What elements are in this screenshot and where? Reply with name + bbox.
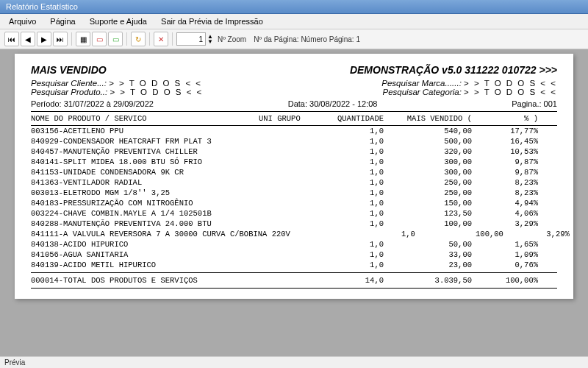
produto-value: > > T O D O S < <: [110, 88, 203, 96]
menu-sair[interactable]: Sair da Prévia de Impressão: [155, 15, 269, 27]
cell-pct: 17,77%: [472, 127, 538, 135]
separator-icon: [71, 32, 72, 46]
data-text: Data: 30/08/2022 - 12:08: [288, 99, 378, 108]
close-preview-button[interactable]: ✕: [154, 32, 168, 46]
categoria-value: > > T O D O S < <: [464, 88, 557, 96]
cell-nome: 003156-ACETILENO PPU: [31, 127, 259, 135]
cell-nome: 840183-PRESSURIZAÇÃO COM NITROGÊNIO: [31, 199, 259, 208]
table-row: 840457-MANUTENÇÃO PREVENTIVA CHILLER1,03…: [31, 146, 557, 157]
separator-icon: [126, 32, 127, 46]
table-row: 841363-VENTILADOR RADIAL1,0250,008,23%: [31, 177, 557, 188]
cell-qtd: 1,0: [318, 261, 384, 269]
cell-nome: 840141-SPLIT MIDEA 18.000 BTU SÓ FRIO: [31, 158, 259, 166]
cell-qtd: 1,0: [318, 178, 384, 187]
table-row: 003013-ELETRODO MGM 1/8'' 3,251,0250,008…: [31, 188, 557, 198]
total-row: 000014-TOTAL DOS PRODUTOS E SERVIÇOS 14,…: [31, 272, 557, 289]
cell-val: 250,00: [384, 188, 472, 197]
periodo-text: Período: 31/07/2022 à 29/09/2022: [31, 99, 154, 108]
cell-qtd: 1,0: [318, 127, 384, 135]
cell-pct: 3,29%: [472, 219, 538, 228]
cell-pct: 9,87%: [472, 158, 538, 166]
cell-pct: 16,45%: [472, 137, 538, 146]
cell-nome: 841363-VENTILADOR RADIAL: [31, 178, 259, 187]
table-row: 841056-AGUA SANITARIA1,033,001,09%: [31, 250, 557, 260]
cell-nome: 841153-UNIDADE CONDENSADORA 9K CR: [31, 168, 259, 177]
preview-workspace[interactable]: MAIS VENDIDO DEMONSTRAÇÃO v5.0 311222 01…: [0, 49, 588, 358]
produto-label: Pesquisar Produto..:: [31, 88, 107, 96]
menu-pagina[interactable]: Página: [44, 15, 81, 27]
marca-label: Pesquisar Marca......:: [381, 79, 462, 88]
cell-qtd: 1,0: [349, 230, 415, 238]
menu-arquivo[interactable]: Arquivo: [3, 15, 42, 27]
cell-val: 50,00: [384, 240, 472, 249]
toolbar: ⏮ ◀ ▶ ⏭ ▦ ▭ ▭ ↻ ✕ ▲▼ Nº Zoom Nº da Págin…: [0, 29, 588, 49]
cell-qtd: 1,0: [318, 168, 384, 177]
total-qtd: 14,0: [318, 276, 384, 285]
cell-pct: 8,23%: [472, 188, 538, 197]
table-row: 840183-PRESSURIZAÇÃO COM NITROGÊNIO1,015…: [31, 198, 557, 208]
cell-nome: 840457-MANUTENÇÃO PREVENTIVA CHILLER: [31, 147, 259, 156]
cell-nome: 840929-CONDENSADOR HEATCRAFT FRM PLAT 3: [31, 137, 259, 146]
cell-nome: 003224-CHAVE COMBIN.MAYLE A 1/4 102501B: [31, 209, 259, 218]
total-val: 3.039,50: [384, 276, 472, 285]
cell-val: 320,00: [384, 147, 472, 156]
prev-page-button[interactable]: ◀: [21, 32, 35, 46]
cell-pct: 1,09%: [472, 250, 538, 259]
table-header: NOME DO PRODUTO / SERVICO UNI GRUPO QUAN…: [31, 111, 557, 126]
table-body: 003156-ACETILENO PPU1,0540,0017,77%84092…: [31, 126, 557, 270]
statusbar: Prévia: [0, 356, 588, 368]
window-title: Relatório Estatístico: [6, 2, 78, 11]
cell-val: 123,50: [384, 209, 472, 218]
menubar: Arquivo Página Suporte e Ajuda Sair da P…: [0, 14, 588, 29]
cell-nome: 841111-A VALVULA REVERSORA 7 A 30000 CUR…: [31, 230, 290, 238]
window-titlebar: Relatório Estatístico: [0, 0, 588, 14]
cell-pct: 4,94%: [472, 199, 538, 208]
refresh-button[interactable]: ↻: [131, 32, 146, 46]
cell-qtd: 1,0: [318, 240, 384, 249]
cell-nome: 841056-AGUA SANITARIA: [31, 250, 259, 259]
cell-nome: 840139-ACIDO METIL HIPURICO: [31, 261, 259, 269]
report-title-left: MAIS VENDIDO: [31, 64, 107, 76]
cell-qtd: 1,0: [318, 219, 384, 228]
zoom-label: Nº Zoom: [218, 35, 246, 43]
cliente-value: > > T O D O S < <: [109, 79, 202, 88]
table-row: 003224-CHAVE COMBIN.MAYLE A 1/4 102501B1…: [31, 208, 557, 219]
cell-pct: 0,76%: [472, 261, 538, 269]
pagina-text: Pagina.: 001: [512, 99, 557, 108]
grid-view-button[interactable]: ▦: [76, 32, 90, 46]
cell-val: 300,00: [384, 168, 472, 177]
report-page: MAIS VENDIDO DEMONSTRAÇÃO v5.0 311222 01…: [15, 54, 573, 299]
cell-pct: 9,87%: [472, 168, 538, 177]
cell-pct: 3,29%: [503, 230, 570, 238]
cell-nome: 840138-ACIDO HIPURICO: [31, 240, 259, 249]
table-row: 003156-ACETILENO PPU1,0540,0017,77%: [31, 126, 557, 136]
zoom-spinner-icon[interactable]: ▲▼: [207, 34, 213, 44]
zoom-input[interactable]: [176, 32, 206, 46]
cliente-label: Pesquisar Cliente...:: [31, 79, 107, 88]
marca-value: > > T O D O S < <: [464, 79, 557, 88]
cell-val: 33,00: [384, 250, 472, 259]
table-row: 840141-SPLIT MIDEA 18.000 BTU SÓ FRIO1,0…: [31, 157, 557, 167]
total-pct: 100,00%: [472, 276, 538, 285]
cell-val: 23,00: [384, 261, 472, 269]
first-page-button[interactable]: ⏮: [4, 32, 19, 46]
cell-qtd: 1,0: [318, 250, 384, 259]
categoria-label: Pesquisar Categoria:: [382, 88, 461, 96]
cell-val: 150,00: [384, 199, 472, 208]
col-uni: UNI GRUPO: [259, 114, 318, 123]
page-number-label: Nº da Página: Número Página: 1: [254, 35, 360, 43]
separator-icon: [149, 32, 150, 46]
single-page-button[interactable]: ▭: [92, 32, 107, 46]
last-page-button[interactable]: ⏭: [53, 32, 68, 46]
separator-icon: [172, 32, 173, 46]
col-qtd: QUANTIDADE: [318, 114, 384, 123]
col-val: MAIS VENDIDO (: [384, 114, 472, 123]
cell-qtd: 1,0: [318, 137, 384, 146]
cell-val: 250,00: [384, 178, 472, 187]
next-page-button[interactable]: ▶: [37, 32, 51, 46]
cell-pct: 4,06%: [472, 209, 538, 218]
table-row: 840929-CONDENSADOR HEATCRAFT FRM PLAT 31…: [31, 136, 557, 146]
table-row: 840138-ACIDO HIPURICO1,050,001,65%: [31, 239, 557, 250]
multi-page-button[interactable]: ▭: [108, 32, 123, 46]
menu-suporte[interactable]: Suporte e Ajuda: [84, 15, 153, 27]
